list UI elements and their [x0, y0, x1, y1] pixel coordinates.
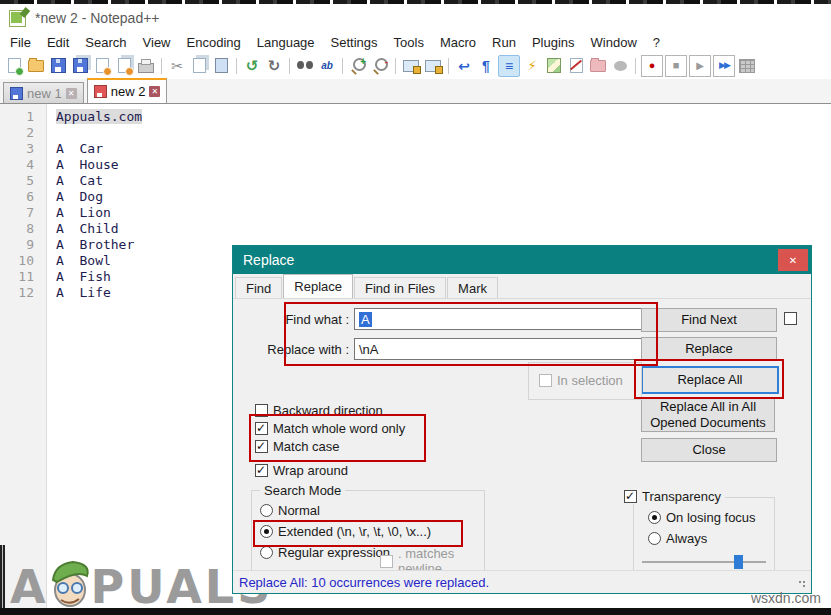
line-text[interactable]: A Bowl: [56, 253, 111, 268]
transparency-slider[interactable]: [642, 555, 766, 569]
editor-line[interactable]: 6A Dog: [0, 188, 831, 204]
menu-settings[interactable]: Settings: [323, 34, 386, 51]
function-list-icon[interactable]: ⚡: [522, 56, 542, 76]
on-losing-focus-radio[interactable]: [648, 511, 661, 524]
save-macro-icon[interactable]: [737, 56, 757, 76]
record-macro-icon[interactable]: ●: [641, 55, 663, 77]
run-macro-multiple-icon[interactable]: ▶▶: [713, 55, 735, 77]
normal-mode-radio[interactable]: [260, 504, 273, 517]
close-button[interactable]: Close: [641, 438, 777, 462]
open-file-icon[interactable]: [26, 56, 46, 76]
print-icon[interactable]: [136, 56, 156, 76]
menu-search[interactable]: Search: [77, 34, 134, 51]
play-macro-icon[interactable]: ▶: [689, 55, 711, 77]
wrap-around-checkbox[interactable]: [255, 464, 268, 477]
line-text[interactable]: A Dog: [56, 189, 103, 204]
show-all-characters-icon[interactable]: ¶: [476, 56, 496, 76]
always-radio[interactable]: [648, 532, 661, 545]
tab-find-in-files[interactable]: Find in Files: [354, 277, 446, 298]
replace-with-combobox[interactable]: \nA: [354, 338, 664, 360]
line-text[interactable]: A Child: [56, 221, 119, 236]
new-file-icon[interactable]: [4, 56, 24, 76]
line-text[interactable]: A Lion: [56, 205, 111, 220]
line-text[interactable]: A Brother: [56, 237, 134, 252]
notepadpp-window: *new 2 - Notepad++ File Edit Search View…: [0, 0, 831, 615]
stop-macro-icon[interactable]: ■: [665, 55, 687, 77]
menu-file[interactable]: File: [2, 34, 39, 51]
save-icon[interactable]: [48, 56, 68, 76]
menu-window[interactable]: Window: [583, 34, 645, 51]
monitor-icon[interactable]: [610, 56, 630, 76]
tab-mark[interactable]: Mark: [447, 277, 498, 298]
editor-line[interactable]: 8A Child: [0, 220, 831, 236]
replace-button[interactable]: Replace: [641, 337, 777, 361]
paste-icon[interactable]: [211, 56, 231, 76]
menu-encoding[interactable]: Encoding: [179, 34, 249, 51]
document-map-icon[interactable]: [544, 56, 564, 76]
zoom-in-icon[interactable]: +: [348, 56, 368, 76]
find-what-combobox[interactable]: A: [354, 308, 664, 330]
slider-track[interactable]: [642, 561, 766, 563]
menu-run[interactable]: Run: [484, 34, 524, 51]
menu-language[interactable]: Language: [249, 34, 323, 51]
dialog-title-bar[interactable]: Replace ✕: [233, 246, 811, 274]
match-whole-word-checkbox[interactable]: [255, 422, 268, 435]
redo-icon[interactable]: ↻: [264, 56, 284, 76]
close-icon[interactable]: ✕: [778, 249, 808, 271]
undo-icon[interactable]: ↺: [242, 56, 262, 76]
project-panel-icon[interactable]: [588, 56, 608, 76]
line-text[interactable]: A Car: [56, 141, 103, 156]
editor-line[interactable]: 7A Lion: [0, 204, 831, 220]
save-all-icon[interactable]: [70, 56, 90, 76]
show-indent-guide-icon[interactable]: ≡: [498, 55, 520, 77]
editor-line[interactable]: 4A House: [0, 156, 831, 172]
menu-plugins[interactable]: Plugins: [524, 34, 583, 51]
tab-find[interactable]: Find: [235, 277, 282, 298]
slider-handle[interactable]: [734, 555, 743, 569]
transparency-checkbox[interactable]: [624, 490, 637, 503]
line-text[interactable]: A Cat: [56, 173, 103, 188]
sync-horizontal-icon[interactable]: [423, 56, 443, 76]
menu-tools[interactable]: Tools: [386, 34, 432, 51]
find-next-button[interactable]: Find Next: [641, 308, 777, 332]
wrap-around-option: Wrap around: [255, 463, 348, 478]
file-tab-new1[interactable]: new 1 ✕: [3, 82, 84, 103]
replace-all-docs-button[interactable]: Replace All in All Opened Documents: [641, 398, 775, 432]
backward-direction-checkbox[interactable]: [255, 404, 268, 417]
in-selection-checkbox[interactable]: [539, 374, 552, 387]
editor-line[interactable]: 5A Cat: [0, 172, 831, 188]
editor-line[interactable]: 2: [0, 124, 831, 140]
menu-help[interactable]: ?: [645, 34, 668, 51]
resize-grip[interactable]: [798, 580, 808, 590]
line-text[interactable]: Appuals.com: [56, 109, 142, 124]
sync-vertical-icon[interactable]: [401, 56, 421, 76]
menu-edit[interactable]: Edit: [39, 34, 77, 51]
line-text[interactable]: A Fish: [56, 269, 111, 284]
swap-mode-checkbox[interactable]: [784, 312, 797, 325]
replace-all-button[interactable]: Replace All: [641, 366, 779, 394]
close-doc-icon[interactable]: [92, 56, 112, 76]
word-wrap-icon[interactable]: ↩: [454, 56, 474, 76]
tab-replace[interactable]: Replace: [283, 274, 353, 298]
close-all-docs-icon[interactable]: [114, 56, 134, 76]
file-tab-new2[interactable]: new 2 ✕: [87, 78, 168, 103]
replace-icon[interactable]: ab: [317, 56, 337, 76]
line-text[interactable]: A Life: [56, 285, 111, 300]
line-number: 10: [0, 253, 34, 268]
copy-icon[interactable]: [189, 56, 209, 76]
line-text[interactable]: A House: [56, 157, 119, 172]
editor-line[interactable]: 1Appuals.com: [0, 108, 831, 124]
matches-newline-checkbox[interactable]: [380, 555, 393, 568]
find-icon[interactable]: [295, 56, 315, 76]
editor-line[interactable]: 3A Car: [0, 140, 831, 156]
match-case-checkbox[interactable]: [255, 440, 268, 453]
menu-view[interactable]: View: [135, 34, 179, 51]
document-switcher-icon[interactable]: [566, 56, 586, 76]
extended-mode-radio[interactable]: [260, 525, 273, 538]
close-tab-icon[interactable]: ✕: [149, 86, 160, 97]
menu-macro[interactable]: Macro: [432, 34, 484, 51]
cut-icon[interactable]: ✂: [167, 56, 187, 76]
regex-mode-radio[interactable]: [260, 546, 273, 559]
close-tab-icon[interactable]: ✕: [66, 88, 77, 99]
zoom-out-icon[interactable]: -: [370, 56, 390, 76]
